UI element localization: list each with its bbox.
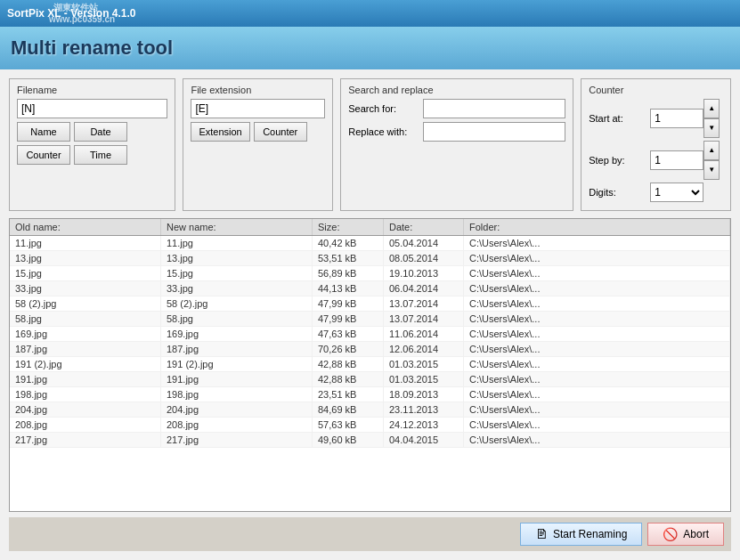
step-by-input[interactable] bbox=[650, 150, 703, 170]
cell-folder: C:\Users\Alex\... bbox=[464, 418, 730, 432]
cell-folder: C:\Users\Alex\... bbox=[464, 357, 730, 371]
file-ext-label: File extension bbox=[191, 85, 325, 95]
replace-with-label: Replace with: bbox=[348, 126, 419, 137]
bottom-bar: 🖹 Start Renaming 🚫 Abort bbox=[9, 517, 731, 551]
filename-panel: Filename Name Date Counter Time bbox=[9, 78, 175, 211]
table-row[interactable]: 208.jpg 208.jpg 57,63 kB 24.12.2013 C:\U… bbox=[10, 418, 730, 433]
date-button[interactable]: Date bbox=[74, 122, 127, 142]
start-at-input[interactable] bbox=[650, 109, 703, 128]
cell-folder: C:\Users\Alex\... bbox=[464, 251, 730, 265]
table-row[interactable]: 15.jpg 15.jpg 56,89 kB 19.10.2013 C:\Use… bbox=[10, 266, 730, 281]
step-down-btn[interactable]: ▼ bbox=[703, 160, 720, 180]
cell-date: 12.06.2014 bbox=[384, 342, 464, 356]
header-date: Date: bbox=[384, 219, 464, 235]
time-button[interactable]: Time bbox=[74, 145, 127, 165]
start-btn-label: Start Renaming bbox=[553, 528, 627, 540]
cell-new-name: 198.jpg bbox=[161, 387, 313, 402]
cell-size: 56,89 kB bbox=[313, 266, 384, 280]
file-ext-btn-row: Extension Counter bbox=[191, 122, 325, 142]
start-renaming-button[interactable]: 🖹 Start Renaming bbox=[520, 523, 642, 546]
cell-folder: C:\Users\Alex\... bbox=[464, 312, 730, 326]
step-spinner: ▲ ▼ bbox=[650, 141, 720, 180]
cell-old-name: 217.jpg bbox=[10, 433, 161, 447]
top-panels: Filename Name Date Counter Time File ext… bbox=[9, 78, 731, 211]
digits-select[interactable]: 1 2 3 4 bbox=[650, 183, 703, 202]
cell-new-name: 15.jpg bbox=[161, 266, 313, 280]
table-row[interactable]: 217.jpg 217.jpg 49,60 kB 04.04.2015 C:\U… bbox=[10, 433, 730, 448]
cell-folder: C:\Users\Alex\... bbox=[464, 281, 730, 296]
cell-folder: C:\Users\Alex\... bbox=[464, 402, 730, 417]
cell-new-name: 13.jpg bbox=[161, 251, 313, 265]
table-row[interactable]: 33.jpg 33.jpg 44,13 kB 06.04.2014 C:\Use… bbox=[10, 281, 730, 296]
start-icon: 🖹 bbox=[535, 527, 548, 541]
cell-date: 19.10.2013 bbox=[384, 266, 464, 280]
digits-label: Digits: bbox=[589, 187, 646, 198]
cell-old-name: 198.jpg bbox=[10, 387, 161, 402]
cell-new-name: 191.jpg bbox=[161, 372, 313, 386]
file-list-header: Old name: New name: Size: Date: Folder: bbox=[10, 219, 730, 236]
cell-size: 57,63 kB bbox=[313, 418, 384, 432]
table-row[interactable]: 58 (2).jpg 58 (2).jpg 47,99 kB 13.07.201… bbox=[10, 296, 730, 312]
cell-size: 42,88 kB bbox=[313, 357, 384, 371]
table-row[interactable]: 11.jpg 11.jpg 40,42 kB 05.04.2014 C:\Use… bbox=[10, 236, 730, 251]
cell-old-name: 169.jpg bbox=[10, 327, 161, 341]
search-for-input[interactable] bbox=[423, 99, 565, 118]
cell-old-name: 11.jpg bbox=[10, 236, 161, 250]
file-list-container: Old name: New name: Size: Date: Folder: … bbox=[9, 218, 731, 512]
file-list-rows: 11.jpg 11.jpg 40,42 kB 05.04.2014 C:\Use… bbox=[10, 236, 730, 448]
cell-size: 53,51 kB bbox=[313, 251, 384, 265]
table-row[interactable]: 13.jpg 13.jpg 53,51 kB 08.05.2014 C:\Use… bbox=[10, 251, 730, 266]
cell-new-name: 191 (2).jpg bbox=[161, 357, 313, 371]
cell-new-name: 58.jpg bbox=[161, 312, 313, 326]
file-ext-input[interactable] bbox=[191, 99, 325, 118]
cell-old-name: 33.jpg bbox=[10, 281, 161, 296]
abort-button[interactable]: 🚫 Abort bbox=[647, 523, 724, 546]
search-for-row: Search for: bbox=[348, 99, 565, 118]
cell-folder: C:\Users\Alex\... bbox=[464, 387, 730, 402]
cell-folder: C:\Users\Alex\... bbox=[464, 372, 730, 386]
cell-date: 01.03.2015 bbox=[384, 357, 464, 371]
cell-old-name: 191 (2).jpg bbox=[10, 357, 161, 371]
ext-counter-button[interactable]: Counter bbox=[254, 122, 307, 142]
filename-btn-row2: Counter Time bbox=[17, 145, 167, 165]
replace-with-input[interactable] bbox=[423, 122, 565, 142]
cell-size: 70,26 kB bbox=[313, 342, 384, 356]
watermark1: 湖東软件站 bbox=[53, 2, 98, 14]
cell-new-name: 11.jpg bbox=[161, 236, 313, 250]
step-up-btn[interactable]: ▲ bbox=[703, 141, 720, 160]
cell-old-name: 204.jpg bbox=[10, 402, 161, 417]
abort-btn-label: Abort bbox=[683, 528, 709, 540]
main-content: Filename Name Date Counter Time File ext… bbox=[0, 69, 740, 560]
cell-folder: C:\Users\Alex\... bbox=[464, 296, 730, 311]
filename-input[interactable] bbox=[17, 99, 167, 118]
cell-folder: C:\Users\Alex\... bbox=[464, 327, 730, 341]
table-row[interactable]: 191.jpg 191.jpg 42,88 kB 01.03.2015 C:\U… bbox=[10, 372, 730, 387]
extension-button[interactable]: Extension bbox=[191, 122, 249, 142]
search-for-label: Search for: bbox=[348, 103, 419, 114]
step-by-row: Step by: ▲ ▼ bbox=[589, 141, 723, 180]
table-row[interactable]: 198.jpg 198.jpg 23,51 kB 18.09.2013 C:\U… bbox=[10, 387, 730, 402]
cell-folder: C:\Users\Alex\... bbox=[464, 266, 730, 280]
step-by-label: Step by: bbox=[589, 155, 646, 166]
cell-old-name: 58 (2).jpg bbox=[10, 296, 161, 311]
cell-date: 08.05.2014 bbox=[384, 251, 464, 265]
table-row[interactable]: 187.jpg 187.jpg 70,26 kB 12.06.2014 C:\U… bbox=[10, 342, 730, 357]
filename-label: Filename bbox=[17, 85, 167, 95]
header-banner: Multi rename tool bbox=[0, 27, 740, 69]
name-button[interactable]: Name bbox=[17, 122, 70, 142]
cell-size: 47,99 kB bbox=[313, 296, 384, 311]
header-size: Size: bbox=[313, 219, 384, 235]
cell-new-name: 169.jpg bbox=[161, 327, 313, 341]
table-row[interactable]: 58.jpg 58.jpg 47,99 kB 13.07.2014 C:\Use… bbox=[10, 312, 730, 327]
table-row[interactable]: 204.jpg 204.jpg 84,69 kB 23.11.2013 C:\U… bbox=[10, 402, 730, 418]
start-down-btn[interactable]: ▼ bbox=[703, 118, 720, 138]
cell-folder: C:\Users\Alex\... bbox=[464, 236, 730, 250]
cell-folder: C:\Users\Alex\... bbox=[464, 433, 730, 447]
table-row[interactable]: 169.jpg 169.jpg 47,63 kB 11.06.2014 C:\U… bbox=[10, 327, 730, 342]
counter-button[interactable]: Counter bbox=[17, 145, 70, 165]
cell-new-name: 208.jpg bbox=[161, 418, 313, 432]
start-up-btn[interactable]: ▲ bbox=[703, 99, 720, 118]
cell-new-name: 204.jpg bbox=[161, 402, 313, 417]
header-old-name: Old name: bbox=[10, 219, 161, 235]
table-row[interactable]: 191 (2).jpg 191 (2).jpg 42,88 kB 01.03.2… bbox=[10, 357, 730, 372]
